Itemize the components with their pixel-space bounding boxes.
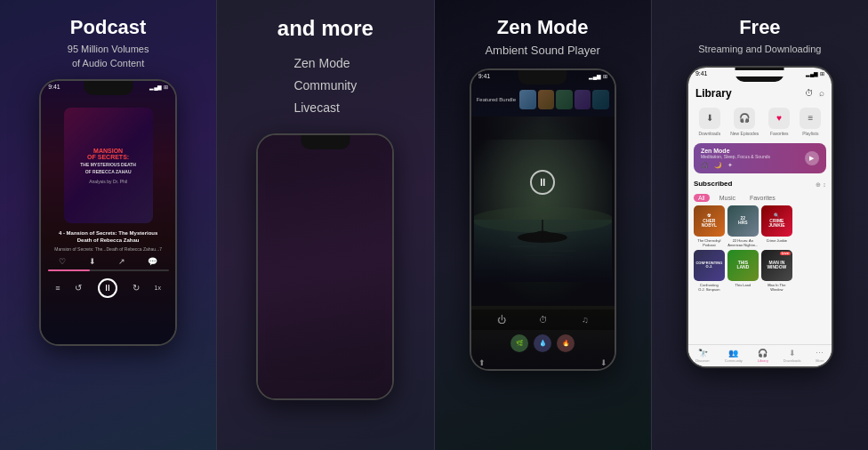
tab-all[interactable]: All — [694, 194, 710, 202]
nav-library[interactable]: 🎧 Library — [758, 349, 768, 363]
zen-volume-icon[interactable]: ♫ — [582, 315, 589, 325]
library-screen: 9:41 ▂▄▆ ⊞ Library ⏱ ⌕ ⬇ Downloads 🎧 New — [688, 68, 832, 366]
thisland-thumb: THISLAND — [727, 250, 759, 281]
podcast-title: Podcast — [70, 16, 147, 39]
lib-status-bar: 9:41 ▂▄▆ ⊞ — [688, 70, 832, 76]
podcast-row-2: CONFRONTINGO.J. ConfrontingO.J. Simpson … — [694, 250, 826, 292]
section-playlists[interactable]: ≡ Playlists — [800, 108, 821, 136]
menu-icon[interactable]: ≡ — [55, 284, 60, 293]
subscribed-header: Subscribed ⊕ ↕ — [694, 180, 826, 191]
lib-search-icon[interactable]: ⌕ — [819, 88, 824, 98]
chernobyl-label: The ChernobylPodcast — [694, 238, 725, 247]
subscribed-sort-icon[interactable]: ⊕ ↕ — [816, 181, 825, 189]
tab-music[interactable]: Music — [715, 194, 740, 202]
nav-dot-1[interactable]: 🌿 — [510, 334, 528, 352]
progress-bar[interactable] — [48, 269, 169, 271]
pause-button[interactable]: ⏸ — [98, 278, 117, 298]
nav-downloads[interactable]: ⬇ Downloads — [784, 349, 801, 363]
section-favorites[interactable]: ♥ Favorites — [768, 108, 790, 136]
track-title: 4 - Mansion of Secrets: The MysteriousDe… — [46, 230, 170, 245]
nav-more[interactable]: ⋯ More — [816, 349, 824, 363]
podcast-item-crime[interactable]: 🔍CRIMEJUNKIE Crime Junkie — [761, 205, 792, 247]
tab-favorites[interactable]: Favorites — [745, 194, 780, 202]
more-phone — [256, 133, 394, 400]
speed-icon[interactable]: 1x — [155, 285, 161, 291]
library-icon: 🎧 — [758, 349, 768, 358]
crime-label: Crime Junkie — [761, 238, 792, 243]
community-label: Community — [725, 358, 743, 363]
feature-zen: Zen Mode — [293, 52, 357, 75]
zen-mode-banner[interactable]: Zen Mode Meditation, Sleep, Focus & Soun… — [694, 143, 826, 173]
zen-status-bar: 9:41 ▂▄▆ ⊞ — [471, 73, 615, 79]
favorites-label: Favorites — [770, 131, 789, 136]
live-badge: Live — [780, 252, 791, 255]
podcast-item-window[interactable]: Live MAN INWINDOW Man In The Window — [761, 250, 792, 292]
zen-moon-icon: 🌙 — [714, 162, 722, 169]
zen-banner-content: Zen Mode Meditation, Sleep, Focus & Soun… — [701, 148, 770, 169]
share-icon[interactable]: ↗ — [118, 257, 125, 266]
zen-time: 9:41 — [478, 73, 491, 79]
zen-headphone-icon: 🎧 — [701, 162, 709, 169]
nav-dot-3[interactable]: 🔥 — [557, 334, 575, 352]
community-icon: 👥 — [728, 349, 738, 358]
zen-title: Zen Mode — [497, 16, 589, 39]
more-phone-screen — [258, 135, 392, 398]
section-downloads[interactable]: ⬇ Downloads — [698, 108, 720, 136]
nav-discover[interactable]: 🔭 Discover — [695, 349, 710, 363]
downloads-nav-label: Downloads — [784, 358, 801, 363]
subscribed-title: Subscribed — [694, 180, 733, 188]
nav-community[interactable]: 👥 Community — [725, 349, 743, 363]
featured-bundle-row: Featured Bundle — [471, 86, 615, 113]
zen-banner-icons: 🎧 🌙 ✦ — [701, 162, 770, 169]
section-new-episodes[interactable]: 🎧 New Episodes — [730, 108, 759, 136]
podcast-item-22hours[interactable]: 22HRS 22 Hours: AnAmerican Nightm... — [727, 205, 759, 247]
podcast-item-chernobyl[interactable]: ☢CHERNOBYL The ChernobylPodcast — [694, 205, 725, 247]
scroll-down[interactable]: ⬇ — [600, 358, 607, 367]
podcast-phone: 9:41 ▂▄▆ ⊞ MANSIONof SECRETS:The Mysteri… — [39, 79, 177, 346]
download-icon[interactable]: ⬇ — [89, 257, 96, 266]
zen-pause-button[interactable]: ⏸ — [530, 170, 555, 195]
thumb-healing — [538, 90, 555, 109]
discover-label: Discover — [695, 358, 710, 363]
downloads-label: Downloads — [698, 131, 720, 136]
thisland-label: This Land — [727, 283, 759, 287]
zen-nav-dots: 🌿 💧 🔥 — [506, 330, 579, 357]
podcast-info: 4 - Mansion of Secrets: The MysteriousDe… — [41, 223, 175, 255]
zen-panel: Zen Mode Ambient Sound Player 9:41 ▂▄▆ ⊞… — [435, 0, 651, 450]
oj-thumb: CONFRONTINGO.J. — [694, 250, 725, 281]
free-title: Free — [739, 16, 780, 39]
zen-power-icon[interactable]: ⏻ — [497, 315, 506, 325]
heart-icon[interactable]: ♡ — [59, 257, 66, 266]
zen-scene-svg — [474, 140, 612, 282]
forward-icon[interactable]: ↻ — [133, 283, 140, 293]
zen-timer-icon[interactable]: ⏱ — [539, 315, 548, 325]
zen-subtitle: Ambient Sound Player — [485, 43, 599, 59]
library-title: Library — [695, 87, 732, 100]
subscribed-tabs: All Music Favorites — [694, 194, 826, 202]
rewind-icon[interactable]: ↺ — [75, 283, 82, 293]
new-episodes-label: New Episodes — [730, 131, 759, 136]
crime-thumb: 🔍CRIMEJUNKIE — [761, 205, 792, 237]
comment-icon[interactable]: 💬 — [148, 257, 157, 266]
zen-banner-play[interactable]: ▶ — [805, 151, 819, 165]
podcast-item-oj[interactable]: CONFRONTINGO.J. ConfrontingO.J. Simpson — [694, 250, 725, 292]
podcast-item-thisland[interactable]: THISLAND This Land — [727, 250, 759, 292]
playlists-label: Playlists — [802, 131, 818, 136]
zen-screen: 9:41 ▂▄▆ ⊞ Featured Bundle — [471, 70, 615, 369]
more-title: and more — [277, 16, 374, 42]
zen-phone: 9:41 ▂▄▆ ⊞ Featured Bundle — [470, 68, 616, 371]
podcast-row-1: ☢CHERNOBYL The ChernobylPodcast 22HRS 22… — [694, 205, 826, 247]
more-panel: and more Zen Mode Community Livecast — [217, 0, 433, 450]
lib-clock-icon[interactable]: ⏱ — [805, 88, 814, 98]
status-icons: ▂▄▆ ⊞ — [149, 84, 168, 90]
status-time: 9:41 — [48, 84, 60, 90]
more-nav-icon: ⋯ — [816, 349, 824, 358]
downloads-icon: ⬇ — [699, 108, 720, 129]
scroll-up[interactable]: ⬆ — [478, 358, 486, 367]
nav-dot-2[interactable]: 💧 — [534, 334, 551, 352]
library-bottom-nav: 🔭 Discover 👥 Community 🎧 Library ⬇ Downl… — [688, 344, 832, 366]
phone-notch-2 — [301, 135, 350, 149]
discover-icon: 🔭 — [698, 349, 708, 358]
library-nav-label: Library — [758, 358, 768, 363]
feature-livecast: Livecast — [293, 97, 357, 119]
